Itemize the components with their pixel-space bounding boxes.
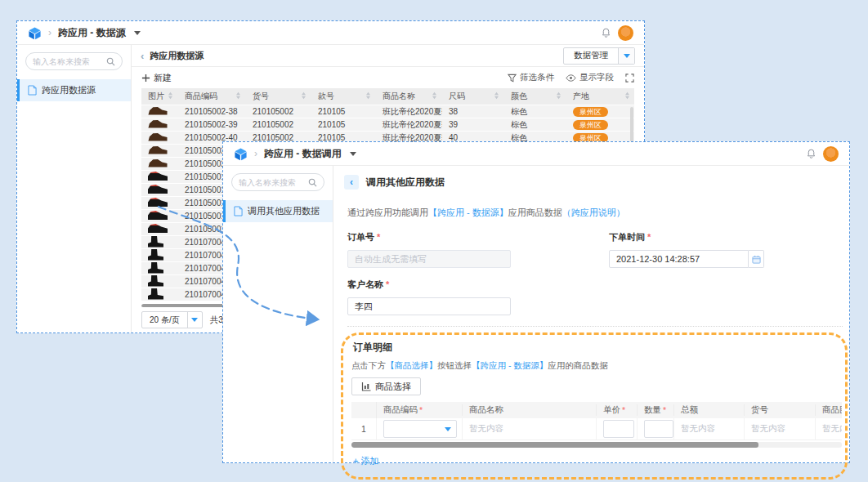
display-fields-button[interactable]: 显示字段 bbox=[566, 72, 614, 83]
page-header: ‹ 调用其他应用数据 bbox=[333, 166, 849, 190]
sort-icon[interactable] bbox=[494, 91, 499, 101]
window-header: › 跨应用 - 数据调用 bbox=[223, 142, 849, 166]
data-manage-button[interactable]: 数据管理 bbox=[563, 47, 635, 65]
detail-column-header: 商品编码* bbox=[377, 404, 463, 416]
column-header[interactable]: 款号 bbox=[311, 91, 376, 102]
notification-bell-icon[interactable] bbox=[806, 148, 817, 159]
product-code-cell: 210105002-39 bbox=[178, 120, 246, 129]
date-picker-button[interactable] bbox=[749, 250, 764, 268]
sort-icon[interactable] bbox=[432, 91, 437, 101]
calendar-icon bbox=[752, 255, 761, 264]
back-button[interactable]: ‹ bbox=[344, 175, 359, 190]
column-header[interactable]: 商品名称 bbox=[376, 91, 442, 102]
window-title: 跨应用 - 数据源 bbox=[58, 26, 126, 40]
customer-name-input[interactable]: 李四 bbox=[347, 297, 511, 315]
article-no-cell: 暂无内容 bbox=[745, 418, 816, 440]
unit-price-cell bbox=[597, 418, 638, 440]
product-image-cell bbox=[141, 158, 178, 169]
breadcrumb-chevron: › bbox=[254, 148, 257, 159]
caret-down-icon bbox=[624, 54, 630, 58]
detail-horizontal-scrollbar[interactable] bbox=[351, 442, 842, 448]
new-record-button[interactable]: 新建 bbox=[141, 72, 172, 84]
product-image-cell bbox=[141, 288, 178, 301]
shoe-image bbox=[148, 119, 168, 128]
color-cell: 棕色 bbox=[504, 119, 566, 131]
product-image-cell bbox=[141, 132, 178, 143]
window-header: › 跨应用 - 数据源 bbox=[17, 21, 644, 45]
sort-icon[interactable] bbox=[301, 91, 306, 101]
data-manage-label: 数据管理 bbox=[564, 50, 618, 61]
add-row-link[interactable]: + 添加 bbox=[350, 455, 378, 467]
plus-icon bbox=[141, 74, 150, 83]
sort-icon[interactable] bbox=[235, 91, 241, 101]
column-header[interactable]: 产地 bbox=[566, 91, 635, 102]
search-input[interactable] bbox=[239, 178, 305, 187]
article-no-cell: 210105002 bbox=[246, 107, 311, 116]
caret-down-icon bbox=[445, 427, 451, 431]
filter-funnel-icon bbox=[508, 74, 517, 83]
customer-name-field: 客户名称* 李四 bbox=[347, 279, 511, 315]
row-index: 1 bbox=[351, 418, 377, 440]
sidebar-search[interactable] bbox=[25, 52, 123, 70]
column-header[interactable]: 图片 bbox=[141, 91, 178, 102]
column-header[interactable]: 颜色 bbox=[504, 91, 566, 102]
title-dropdown-caret[interactable] bbox=[134, 31, 141, 35]
required-asterisk: * bbox=[622, 405, 625, 415]
quantity-input[interactable] bbox=[644, 420, 673, 438]
page-title: 调用其他应用数据 bbox=[366, 176, 445, 190]
expand-icon bbox=[625, 74, 634, 83]
fullscreen-button[interactable] bbox=[625, 74, 634, 83]
sidebar-item-call-data[interactable]: 调用其他应用数据 bbox=[223, 200, 333, 222]
data-manage-dropdown[interactable] bbox=[618, 48, 634, 64]
user-avatar[interactable] bbox=[823, 146, 839, 162]
eye-icon bbox=[566, 74, 576, 83]
product-name-cell: 班比帝伦2020夏季真皮.. bbox=[376, 106, 442, 118]
column-header[interactable]: 货号 bbox=[246, 91, 311, 102]
data-source-app-link[interactable]: 【跨应用 - 数据源】 bbox=[428, 208, 508, 217]
sidebar-search[interactable] bbox=[231, 173, 324, 191]
page-description: 通过跨应用功能调用【跨应用 - 数据源】应用商品数据（跨应用说明） bbox=[347, 207, 849, 219]
app-logo-icon bbox=[28, 26, 42, 40]
cross-app-help-link[interactable]: （跨应用说明） bbox=[562, 208, 625, 217]
shoe-image bbox=[148, 275, 163, 287]
product-code-select[interactable] bbox=[383, 420, 457, 438]
user-avatar[interactable] bbox=[618, 25, 633, 41]
unit-price-input[interactable] bbox=[603, 420, 634, 438]
product-code-cell: 210105002-38 bbox=[178, 107, 246, 116]
back-icon[interactable]: ‹ bbox=[141, 50, 144, 62]
scrollbar-thumb[interactable] bbox=[351, 442, 758, 448]
product-image-cell bbox=[141, 198, 178, 208]
table-row[interactable]: 210105002-39 210105002 210105 班比帝伦2020夏季… bbox=[141, 118, 634, 132]
page-size-select[interactable]: 20 条/页 bbox=[141, 311, 203, 328]
origin-cell: 泉州区 bbox=[566, 120, 635, 130]
page-size-dropdown[interactable] bbox=[187, 312, 202, 328]
order-time-input[interactable]: 2021-12-30 14:28:57 bbox=[609, 250, 749, 268]
detail-table-row: 1 暂无内容 暂无内容 暂无内容 暂无内容 bbox=[351, 418, 842, 440]
product-image-cell bbox=[141, 262, 178, 275]
detail-column-header: 货号* bbox=[745, 404, 816, 416]
app-logo-icon bbox=[234, 147, 248, 161]
table-header-row: 图片 商品编码 货号 bbox=[141, 88, 634, 105]
sidebar: 跨应用数据源 bbox=[17, 45, 132, 332]
search-input[interactable] bbox=[33, 57, 103, 66]
required-asterisk: * bbox=[663, 405, 666, 415]
sort-icon[interactable] bbox=[168, 91, 173, 101]
shoe-image bbox=[148, 158, 168, 167]
title-dropdown-caret[interactable] bbox=[350, 152, 356, 156]
order-no-field: 订单号* 自动生成无需填写 bbox=[347, 231, 511, 268]
product-image-cell bbox=[141, 185, 178, 195]
product-select-button[interactable]: 商品选择 bbox=[351, 377, 421, 395]
table-row[interactable]: 210105002-38 210105002 210105 班比帝伦2020夏季… bbox=[141, 105, 634, 118]
column-header[interactable]: 尺码 bbox=[442, 91, 504, 102]
sort-icon[interactable] bbox=[556, 91, 562, 101]
filter-button[interactable]: 筛选条件 bbox=[508, 72, 554, 83]
shoe-image bbox=[148, 198, 168, 207]
notification-bell-icon[interactable] bbox=[601, 27, 611, 38]
sidebar-item-data-source[interactable]: 跨应用数据源 bbox=[17, 79, 131, 101]
sort-icon[interactable] bbox=[624, 91, 630, 101]
detail-column-header: 商品图片* bbox=[816, 404, 842, 416]
sort-icon[interactable] bbox=[365, 91, 371, 101]
detail-table-header: 商品编码* 商品名称* 单价* bbox=[351, 402, 842, 418]
column-header[interactable]: 商品编码 bbox=[178, 91, 246, 102]
model-no-cell: 210105 bbox=[311, 107, 376, 116]
